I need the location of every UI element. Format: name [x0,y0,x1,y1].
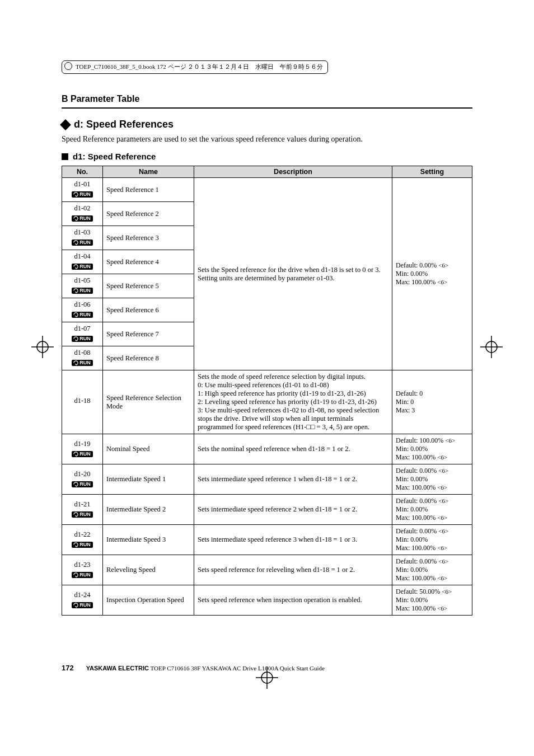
note-6-icon: <6> [438,558,448,565]
svg-point-0 [37,341,48,353]
cell-setting: Default: 0.00% <6>Min: 0.00%Max: 100.00%… [392,464,472,495]
run-badge: RUN [72,191,93,198]
table-row: d1-24 RUNInspection Operation SpeedSets … [62,585,472,616]
run-arc-icon [73,312,78,317]
table-row: d1-22 RUNIntermediate Speed 3Sets interm… [62,525,472,555]
cell-name: Speed Reference 1 [103,178,194,202]
cell-name: Speed Reference 4 [103,250,194,274]
col-description: Description [194,166,392,178]
cell-no: d1-18 [62,370,103,434]
cell-description: Sets intermediate speed reference 1 when… [194,464,392,495]
cell-no: d1-05 RUN [62,274,103,298]
cell-name: Intermediate Speed 3 [103,525,194,555]
run-badge: RUN [72,264,93,270]
note-6-icon: <6> [437,279,447,285]
cell-name: Releveling Speed [103,555,194,585]
table-header-row: No. Name Description Setting [62,166,472,178]
cell-description: Sets intermediate speed reference 2 when… [194,495,392,525]
cell-name: Intermediate Speed 1 [103,464,194,495]
col-setting: Setting [392,166,472,178]
cell-setting: Default: 0.00% <6>Min: 0.00%Max: 100.00%… [392,178,472,370]
cell-description: Sets speed reference for releveling when… [194,555,392,585]
run-arc-icon [73,336,78,341]
run-arc-icon [73,572,78,577]
cell-no: d1-06 RUN [62,298,103,322]
cell-description: Sets speed reference when inspection ope… [194,585,392,616]
run-badge: RUN [72,288,93,294]
run-badge: RUN [72,360,93,366]
run-badge: RUN [72,215,93,222]
note-6-icon: <6> [442,588,452,595]
run-arc-icon [73,542,78,547]
note-6-icon: <6> [438,467,448,474]
cell-name: Nominal Speed [103,434,194,464]
note-6-icon: <6> [438,262,448,269]
cell-description: Sets the nominal speed reference when d1… [194,434,392,464]
page-footer: 172 YASKAWA ELECTRIC TOEP C710616 38F YA… [62,664,472,672]
main-heading: d: Speed References [74,119,174,130]
diamond-icon [60,119,71,130]
cell-no: d1-07 RUN [62,322,103,346]
register-mark-right [480,336,503,358]
run-arc-icon [73,360,78,365]
cell-description: Sets intermediate speed reference 3 when… [194,525,392,555]
cell-description: Sets the mode of speed reference selecti… [194,370,392,434]
footer-doc-title: TOEP C710616 38F YASKAWA AC Drive L1000A… [149,665,325,672]
cell-no: d1-23 RUN [62,555,103,585]
run-badge: RUN [72,602,93,608]
section-header: B Parameter Table [62,94,472,104]
run-arc-icon [73,482,78,487]
run-arc-icon [73,240,78,245]
run-badge: RUN [72,451,93,457]
run-arc-icon [73,192,78,197]
cell-name: Inspection Operation Speed [103,585,194,616]
svg-point-6 [261,672,273,683]
cell-no: d1-24 RUN [62,585,103,616]
cell-setting: Default: 50.00% <6>Min: 0.00%Max: 100.00… [392,585,472,616]
note-6-icon: <6> [437,575,447,581]
cell-setting: Default: 0.00% <6>Min: 0.00%Max: 100.00%… [392,525,472,555]
intro-text: Speed Reference parameters are used to s… [62,135,472,144]
note-6-icon: <6> [437,514,447,521]
cell-name: Speed Reference 6 [103,298,194,322]
cell-no: d1-20 RUN [62,464,103,495]
cell-no: d1-22 RUN [62,525,103,555]
run-arc-icon [73,264,78,269]
run-arc-icon [73,512,78,517]
run-badge: RUN [72,240,93,246]
run-badge: RUN [72,542,93,548]
run-badge: RUN [72,312,93,318]
col-no: No. [62,166,103,178]
cell-no: d1-08 RUN [62,346,103,370]
cell-setting: Default: 0.00% <6>Min: 0.00%Max: 100.00%… [392,495,472,525]
cell-description: Sets the Speed reference for the drive w… [194,178,392,370]
table-row: d1-20 RUNIntermediate Speed 1Sets interm… [62,464,472,495]
table-row: d1-19 RUNNominal SpeedSets the nominal s… [62,434,472,464]
cell-name: Speed Reference 8 [103,346,194,370]
cell-no: d1-02 RUN [62,202,103,226]
run-badge: RUN [72,336,93,342]
cell-name: Speed Reference 3 [103,226,194,250]
note-6-icon: <6> [437,484,447,491]
cell-name: Speed Reference 7 [103,322,194,346]
cell-name: Intermediate Speed 2 [103,495,194,525]
note-6-icon: <6> [437,544,447,551]
section-rule [62,107,472,109]
cell-setting: Default: 0.00% <6>Min: 0.00%Max: 100.00%… [392,555,472,585]
run-arc-icon [73,216,78,221]
run-badge: RUN [72,481,93,487]
svg-point-3 [486,341,497,353]
register-mark-left [31,336,54,358]
file-header: TOEP_C710616_38F_5_0.book 172 ページ ２０１３年１… [62,60,328,74]
run-arc-icon [73,452,78,457]
main-heading-row: d: Speed References [62,119,472,130]
sub-heading: d1: Speed Reference [73,152,156,161]
table-row: d1-18Speed Reference Selection ModeSets … [62,370,472,434]
cell-name: Speed Reference 5 [103,274,194,298]
note-6-icon: <6> [437,605,447,612]
note-6-icon: <6> [438,528,448,534]
note-6-icon: <6> [445,437,455,444]
table-row: d1-01 RUNSpeed Reference 1Sets the Speed… [62,178,472,202]
page-content: TOEP_C710616_38F_5_0.book 172 ページ ２０１３年１… [62,60,472,672]
square-icon [62,153,68,160]
